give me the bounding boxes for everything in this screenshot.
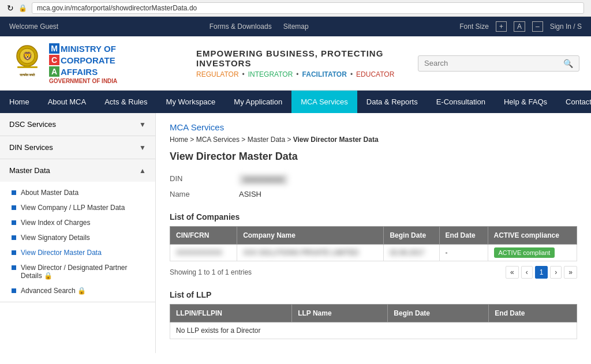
table-footer: Showing 1 to 1 of 1 entries « ‹ 1 › » <box>170 266 577 279</box>
sidebar-din-label: DIN Services <box>9 143 53 152</box>
bullet-icon <box>12 235 16 240</box>
sidebar-item-about-master[interactable]: About Master Data <box>0 185 155 200</box>
logo-letter-m: M <box>49 43 59 54</box>
dot3: • <box>350 70 353 78</box>
breadcrumb: Home > MCA Services > Master Data > View… <box>170 136 577 144</box>
logo-letter-a: A <box>49 66 59 77</box>
font-a-button[interactable]: A <box>514 21 525 32</box>
dot2: • <box>296 70 298 78</box>
nav-my-application[interactable]: My Application <box>225 91 291 113</box>
pagination-next[interactable]: › <box>550 266 562 279</box>
sidebar-index-charges-label: View Index of Charges <box>21 219 91 227</box>
sidebar-item-index-charges[interactable]: View Index of Charges <box>0 215 155 230</box>
sidebar-item-advanced-search[interactable]: Advanced Search 🔒 <box>0 283 155 298</box>
pagination-last[interactable]: » <box>564 266 577 279</box>
cell-cin: XXXXXXXXXX <box>170 245 237 261</box>
showing-text: Showing 1 to 1 of 1 entries <box>170 268 252 276</box>
sidebar-dsc-label: DSC Services <box>9 120 56 129</box>
pagination: « ‹ 1 › » <box>506 266 577 279</box>
sidebar-dsc-header[interactable]: DSC Services ▼ <box>0 113 155 136</box>
bullet-icon <box>12 205 16 210</box>
bullet-icon <box>12 288 16 293</box>
forms-downloads-link[interactable]: Forms & Downloads <box>210 22 272 31</box>
master-chevron-icon: ▲ <box>139 167 146 175</box>
sidebar-section-master: Master Data ▲ About Master Data View Com… <box>0 159 155 302</box>
pagination-first[interactable]: « <box>506 266 519 279</box>
logo-line2: CORPORATE <box>61 55 115 65</box>
tagline-area: EMPOWERING BUSINESS, PROTECTING INVESTOR… <box>185 48 418 78</box>
cell-compliance: ACTIVE compliant <box>488 245 577 261</box>
nav-e-consultation[interactable]: E-Consultation <box>427 91 495 113</box>
nav-help-faqs[interactable]: Help & FAQs <box>495 91 556 113</box>
col-llp-end: End Date <box>489 305 577 322</box>
companies-table: CIN/FCRN Company Name Begin Date End Dat… <box>170 226 577 261</box>
col-llpin: LLPIN/FLLPIN <box>170 305 292 322</box>
sidebar-item-director-partner[interactable]: View Director / Designated Partner Detai… <box>0 260 155 283</box>
secure-icon: 🔒 <box>18 4 27 12</box>
nav-mca-services[interactable]: MCA Services <box>291 91 357 113</box>
llp-no-data-row: No LLP exists for a Director <box>170 322 577 339</box>
cell-company-name: XXX SOLUTIONS PRIVATE LIMITED <box>237 245 384 261</box>
col-begin-date: Begin Date <box>384 227 439 245</box>
pagination-page1[interactable]: 1 <box>535 266 548 279</box>
sidebar-director-master-label: View Director Master Data <box>21 249 102 257</box>
llp-table: LLPIN/FLLPIN LLP Name Begin Date End Dat… <box>170 304 577 339</box>
url-bar[interactable]: mca.gov.in/mcaforportal/showdirectorMast… <box>32 2 584 14</box>
sidebar-din-header[interactable]: DIN Services ▼ <box>0 136 155 159</box>
sidebar-item-director-master[interactable]: View Director Master Data <box>0 245 155 260</box>
nav-data-reports[interactable]: Data & Reports <box>357 91 427 113</box>
breadcrumb-section: MCA Services Home > MCA Services > Maste… <box>170 122 577 144</box>
nav-about-mca[interactable]: About MCA <box>39 91 95 113</box>
search-icon[interactable]: 🔍 <box>563 59 573 68</box>
bullet-icon <box>12 250 16 255</box>
breadcrumb-section-title: MCA Services <box>170 122 577 132</box>
llp-section-title: List of LLP <box>170 290 577 299</box>
col-llp-begin: Begin Date <box>388 305 489 322</box>
signin-link[interactable]: Sign In / S <box>550 22 582 31</box>
compliance-badge: ACTIVE compliant <box>494 247 555 258</box>
search-input[interactable] <box>424 59 563 67</box>
col-compliance: ACTIVE compliance <box>488 227 577 245</box>
tag-regulator: REGULATOR <box>196 70 239 78</box>
font-increase-button[interactable]: + <box>496 21 507 32</box>
emblem-icon: 🦁 सत्यमेव जयते <box>12 44 43 82</box>
sidebar-item-signatory[interactable]: View Signatory Details <box>0 230 155 245</box>
logo-letter-c: C <box>49 55 59 65</box>
refresh-icon[interactable]: ↻ <box>7 3 14 13</box>
tag-facilitator: FACILITATOR <box>302 70 347 78</box>
din-label: DIN <box>170 174 239 185</box>
table-row: XXXXXXXXXX XXX SOLUTIONS PRIVATE LIMITED… <box>170 245 577 261</box>
search-area: 🔍 <box>418 55 579 72</box>
dot1: • <box>242 70 245 78</box>
sidebar-item-company-llp[interactable]: View Company / LLP Master Data <box>0 200 155 215</box>
sidebar-master-links: About Master Data View Company / LLP Mas… <box>0 182 155 302</box>
logo-line3: AFFAIRS <box>61 67 98 77</box>
tagline-main: EMPOWERING BUSINESS, PROTECTING INVESTOR… <box>196 48 406 68</box>
sidebar-master-header[interactable]: Master Data ▲ <box>0 159 155 182</box>
nav-my-workspace[interactable]: My Workspace <box>157 91 225 113</box>
svg-text:सत्यमेव जयते: सत्यमेव जयते <box>19 73 36 77</box>
bullet-icon <box>12 220 16 225</box>
pagination-prev[interactable]: ‹ <box>521 266 533 279</box>
font-size-label: Font Size <box>459 22 489 31</box>
tag-educator: EDUCATOR <box>356 70 394 78</box>
sidebar-advanced-search-label: Advanced Search 🔒 <box>21 287 86 295</box>
main-navigation: Home About MCA Acts & Rules My Workspace… <box>0 91 591 113</box>
nav-contact-us[interactable]: Contact Us <box>556 91 591 113</box>
sidebar-director-partner-label: View Director / Designated Partner Detai… <box>21 264 146 280</box>
font-decrease-button[interactable]: – <box>532 21 543 32</box>
logo-text: M MINISTRY OF C CORPORATE A AFFAIRS GOVE… <box>49 42 117 84</box>
name-row: Name ASISH <box>170 187 577 201</box>
logo-line1: MINISTRY OF <box>61 44 116 54</box>
nav-home[interactable]: Home <box>0 91 39 113</box>
sidebar-about-master-label: About Master Data <box>21 189 78 197</box>
sitemap-link[interactable]: Sitemap <box>283 22 309 31</box>
nav-acts-rules[interactable]: Acts & Rules <box>95 91 156 113</box>
cell-end-date: - <box>439 245 488 261</box>
sidebar-section-din: DIN Services ▼ <box>0 136 155 159</box>
govt-text: GOVERNMENT OF INDIA <box>49 78 117 84</box>
din-value: XXXXXXXX <box>239 174 288 185</box>
sidebar: DSC Services ▼ DIN Services ▼ Master Dat… <box>0 113 156 353</box>
din-chevron-icon: ▼ <box>139 144 146 152</box>
cell-begin-date: 02.06.2017 <box>384 245 439 261</box>
